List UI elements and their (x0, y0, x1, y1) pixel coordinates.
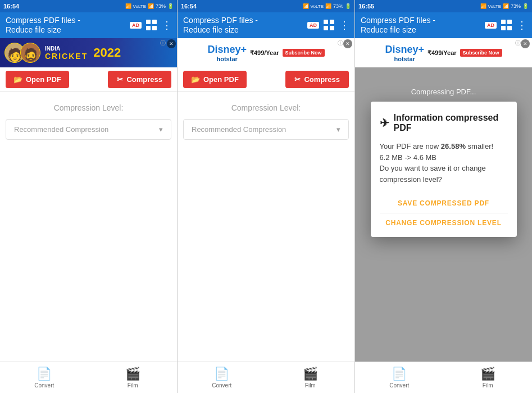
convert-icon-mid: 📄 (214, 367, 229, 381)
nav-film-mid[interactable]: 🎬 Film (266, 367, 355, 389)
nav-convert-label-right: Convert (389, 382, 409, 389)
grid-icon-right[interactable] (501, 20, 512, 31)
app-title-right: Compress PDF files -Reduce file size (361, 16, 480, 35)
status-icons-right: 📶 VoLTE 📶 73% 🔋 (480, 3, 529, 9)
more-options-mid[interactable]: ⋮ (339, 19, 349, 31)
status-bar-left: 16:54 📶 VoLTE 📶 73% 🔋 (0, 0, 177, 12)
ad-banner-left[interactable]: 🧑 🧔 INdIA CRICKET 2022 ⓘ ✕ (0, 38, 177, 67)
status-bar-mid: 16:54 📶 VoLTE 📶 73% 🔋 (178, 0, 354, 12)
dialog-title: ✈ Information compressed PDF (380, 113, 508, 133)
info-dialog: ✈ Information compressed PDF Your PDF ar… (371, 102, 517, 237)
bottom-nav-left: 📄 Convert 🎬 Film (0, 362, 177, 393)
title-bar-mid: Compress PDF files -Reduce file size AD … (178, 12, 354, 38)
nav-film-label-left: Film (128, 382, 138, 389)
ad-badge-mid: AD (307, 22, 319, 29)
bottom-nav-mid: 📄 Convert 🎬 Film (178, 362, 354, 393)
compression-label-mid: Compression Level: (183, 103, 349, 112)
toolbar-left: 📂 Open PDF ✂ Compress (0, 67, 177, 92)
more-options-left[interactable]: ⋮ (162, 19, 171, 31)
time-right: 16:55 (358, 3, 374, 10)
compress-icon-mid: ✂ (294, 75, 301, 84)
battery-icon-right: 🔋 (522, 3, 529, 9)
folder-icon: 📂 (13, 75, 22, 84)
status-icons-mid: 📶 VoLTE 📶 73% 🔋 (303, 3, 351, 9)
nav-convert-left[interactable]: 📄 Convert (0, 367, 89, 389)
battery-text-mid: 73% (333, 3, 343, 9)
app-title-left: Compress PDF files -Reduce file size (6, 16, 125, 35)
network-text-mid: VoLTE (311, 4, 324, 9)
chevron-down-icon-mid: ▾ (337, 125, 340, 134)
hotstar-logo-right: Disney+ hotstar (385, 44, 424, 62)
compress-icon: ✂ (117, 75, 123, 84)
status-bar-right: 16:55 📶 VoLTE 📶 73% 🔋 (355, 0, 532, 12)
wifi-icon-mid: 📶 (303, 3, 309, 9)
ad-badge-right: AD (485, 22, 497, 29)
film-icon-left: 🎬 (125, 367, 140, 381)
folder-icon-mid: 📂 (191, 75, 200, 84)
nav-film-label-mid: Film (305, 382, 316, 389)
compression-dropdown-left[interactable]: Recommended Compression ▾ (6, 119, 171, 140)
nav-convert-mid[interactable]: 📄 Convert (178, 367, 266, 389)
ad-close-btn-mid[interactable]: ✕ (343, 39, 352, 48)
ad-info-icon-mid[interactable]: ⓘ (338, 39, 343, 47)
compress-button-mid[interactable]: ✂ Compress (285, 71, 349, 88)
open-pdf-button-mid[interactable]: 📂 Open PDF (183, 71, 247, 88)
hotstar-sub-right: Subscribe Now (460, 49, 502, 57)
ad-close-btn[interactable]: ✕ (167, 39, 176, 48)
ad-banner-right[interactable]: Disney+ hotstar ₹499/Year Subscribe Now … (355, 38, 532, 67)
compression-label-left: Compression Level: (6, 103, 171, 112)
battery-icon: 🔋 (167, 3, 174, 9)
ad-info-icon-right[interactable]: ⓘ (515, 39, 521, 47)
compressing-text: Compressing PDF... (411, 88, 476, 96)
ad-year: 2022 (93, 45, 121, 60)
hotstar-logo-mid: Disney+ hotstar (207, 44, 247, 62)
film-icon-mid: 🎬 (303, 367, 318, 381)
wifi-icon: 📶 (125, 3, 131, 9)
ad-cricket-text: CRICKET (45, 52, 88, 61)
compression-dropdown-mid[interactable]: Recommended Compression ▾ (183, 119, 349, 140)
grid-icon-left[interactable] (146, 20, 157, 31)
dialog-actions: SAVE COMPRESSED PDF CHANGE COMPRESSION L… (380, 194, 508, 232)
ad-banner-mid[interactable]: Disney+ hotstar ₹499/Year Subscribe Now … (178, 38, 354, 67)
battery-text: 73% (156, 3, 166, 9)
dialog-overlay: ✈ Information compressed PDF Your PDF ar… (355, 102, 532, 237)
signal-icon-right: 📶 (503, 3, 509, 9)
more-options-right[interactable]: ⋮ (517, 19, 526, 31)
panel-left: 16:54 📶 VoLTE 📶 73% 🔋 Compress PDF files… (0, 0, 178, 393)
dialog-body: Your PDF are now 26.58% smaller! 6.2 MB … (380, 141, 508, 185)
battery-icon-mid: 🔋 (345, 3, 351, 9)
content-mid: Compression Level: Recommended Compressi… (178, 92, 354, 362)
dialog-icon: ✈ (380, 116, 389, 130)
network-text-right: VoLTE (488, 4, 501, 9)
open-pdf-button-left[interactable]: 📂 Open PDF (6, 71, 69, 88)
chevron-down-icon: ▾ (159, 125, 163, 134)
status-icons-left: 📶 VoLTE 📶 73% 🔋 (125, 3, 174, 9)
ad-badge-left: AD (130, 22, 142, 29)
signal-icon: 📶 (148, 3, 154, 9)
ad-info-icon[interactable]: ⓘ (160, 39, 166, 47)
hotstar-price-mid: ₹499/Year (250, 49, 279, 57)
nav-convert-right[interactable]: 📄 Convert (355, 367, 444, 389)
bottom-nav-right: 📄 Convert 🎬 Film (355, 362, 532, 393)
compress-button-left[interactable]: ✂ Compress (108, 71, 171, 88)
nav-convert-label-mid: Convert (212, 382, 231, 389)
grid-icon-mid[interactable] (324, 20, 335, 31)
ad-close-btn-right[interactable]: ✕ (521, 39, 530, 48)
change-compression-button[interactable]: CHANGE COMPRESSION LEVEL (380, 213, 508, 232)
hotstar-sub-mid: Subscribe Now (283, 49, 325, 57)
panel-right: 16:55 📶 VoLTE 📶 73% 🔋 Compress PDF files… (355, 0, 532, 393)
film-icon-right: 🎬 (480, 367, 495, 381)
battery-text-right: 73% (511, 3, 521, 9)
nav-film-label-right: Film (483, 382, 493, 389)
convert-icon-left: 📄 (37, 367, 52, 381)
time-left: 16:54 (3, 3, 19, 10)
toolbar-mid: 📂 Open PDF ✂ Compress (178, 67, 354, 92)
title-bar-right: Compress PDF files -Reduce file size AD … (355, 12, 532, 38)
nav-film-left[interactable]: 🎬 Film (89, 367, 178, 389)
convert-icon-right: 📄 (392, 367, 407, 381)
nav-film-right[interactable]: 🎬 Film (444, 367, 533, 389)
save-compressed-pdf-button[interactable]: SAVE COMPRESSED PDF (380, 194, 508, 213)
network-text: VoLTE (133, 4, 146, 9)
content-left: Compression Level: Recommended Compressi… (0, 92, 177, 362)
wifi-icon-right: 📶 (480, 3, 486, 9)
